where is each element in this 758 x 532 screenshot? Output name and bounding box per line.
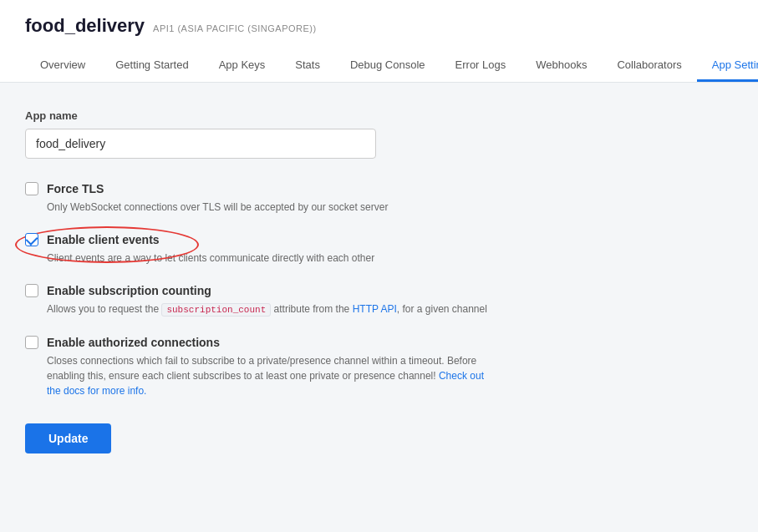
nav-tabs: Overview Getting Started App Keys Stats … bbox=[25, 50, 733, 82]
subscription-counting-label: Enable subscription counting bbox=[47, 284, 211, 297]
app-name-label: App name bbox=[25, 109, 493, 122]
force-tls-option: Force TLS Only WebSocket connections ove… bbox=[25, 182, 493, 215]
tab-app-settings[interactable]: App Settings bbox=[697, 50, 758, 82]
tab-debug-console[interactable]: Debug Console bbox=[335, 50, 440, 82]
tab-webhooks[interactable]: Webhooks bbox=[521, 50, 602, 82]
force-tls-checkbox[interactable] bbox=[25, 182, 38, 195]
authorized-connections-desc: Closes connections which fail to subscri… bbox=[47, 353, 493, 398]
tab-error-logs[interactable]: Error Logs bbox=[440, 50, 521, 82]
authorized-connections-label: Enable authorized connections bbox=[47, 336, 220, 349]
enable-authorized-connections-checkbox[interactable] bbox=[25, 336, 38, 349]
enable-client-events-label: Enable client events bbox=[47, 233, 160, 246]
app-name-field-group: App name bbox=[25, 109, 493, 159]
enable-subscription-counting-checkbox[interactable] bbox=[25, 284, 38, 297]
subscription-counting-desc-middle: attribute from the bbox=[271, 303, 352, 315]
subscription-counting-desc-prefix: Allows you to request the bbox=[47, 303, 161, 315]
page-content: App name Force TLS Only WebSocket connec… bbox=[0, 83, 518, 480]
subscription-counting-checkbox-row: Enable subscription counting bbox=[25, 284, 493, 297]
force-tls-desc: Only WebSocket connections over TLS will… bbox=[47, 200, 493, 215]
subscription-counting-desc-suffix: , for a given channel bbox=[397, 303, 487, 315]
authorized-connections-checkbox-row: Enable authorized connections bbox=[25, 336, 493, 349]
enable-subscription-counting-option: Enable subscription counting Allows you … bbox=[25, 284, 493, 317]
subscription-counting-desc: Allows you to request the subscription_c… bbox=[47, 301, 493, 317]
app-region: API1 (Asia Pacific (Singapore)) bbox=[153, 23, 317, 33]
tab-stats[interactable]: Stats bbox=[280, 50, 335, 82]
force-tls-checkbox-row: Force TLS bbox=[25, 182, 493, 195]
tab-getting-started[interactable]: Getting Started bbox=[100, 50, 203, 82]
subscription-count-code: subscription_count bbox=[161, 303, 271, 317]
app-title-row: food_delivery API1 (Asia Pacific (Singap… bbox=[25, 15, 733, 37]
http-api-link[interactable]: HTTP API bbox=[353, 303, 397, 315]
tab-collaborators[interactable]: Collaborators bbox=[602, 50, 696, 82]
enable-client-events-checkbox-row: Enable client events bbox=[25, 233, 493, 246]
tab-app-keys[interactable]: App Keys bbox=[204, 50, 281, 82]
authorized-connections-desc-text: Closes connections which fail to subscri… bbox=[47, 355, 476, 382]
nav-bar: Overview Getting Started App Keys Stats … bbox=[25, 50, 733, 82]
app-name-input[interactable] bbox=[25, 129, 376, 159]
enable-client-events-desc: Client events are a way to let clients c… bbox=[47, 251, 493, 266]
app-header: food_delivery API1 (Asia Pacific (Singap… bbox=[0, 0, 758, 83]
force-tls-label: Force TLS bbox=[47, 182, 104, 195]
update-button[interactable]: Update bbox=[25, 423, 111, 453]
enable-authorized-connections-option: Enable authorized connections Closes con… bbox=[25, 336, 493, 398]
enable-client-events-option: Enable client events Client events are a… bbox=[25, 233, 493, 266]
tab-overview[interactable]: Overview bbox=[25, 50, 100, 82]
enable-client-events-checkbox[interactable] bbox=[25, 233, 38, 246]
app-name: food_delivery bbox=[25, 15, 145, 37]
